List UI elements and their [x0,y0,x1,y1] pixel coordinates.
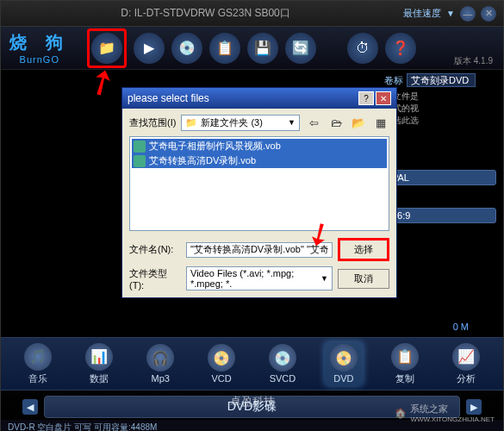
back-button[interactable]: ⇦ [305,114,322,131]
main-area: 卷标 源文件是 格式的视 勾选此选 式 PAL 16:9 量: please s… [1,70,503,337]
mode-vcd[interactable]: 📀 VCD [202,342,240,385]
volume-input[interactable] [407,73,476,87]
watermark-brand: 系统之家 [410,403,495,415]
dialog-close-button[interactable]: ✕ [376,91,391,105]
disc-button[interactable]: 💿 [171,33,202,64]
dialog-bottom: 文件名(N): 选择 文件类型(T): Video Files (*.avi; … [122,231,396,297]
pal-button[interactable]: PAL [384,170,496,185]
mode-copy[interactable]: 📋 复制 [386,341,424,387]
mode-bar: 🎵 音乐 📊 数据 🎧 Mp3 📀 VCD 💿 SVCD 📀 DVD 📋 复制 [1,337,503,390]
file-item[interactable]: 艾奇转换高清DV录制.vob [132,153,387,168]
music-icon: 🎵 [24,343,52,371]
dialog-toolbar: 查找范围(I) 📁 新建文件夹 (3) ▼ ⇦ 🗁 📂 ▦ [122,109,396,136]
file-dialog: please select files ? ✕ 查找范围(I) 📁 新建文件夹 … [121,87,397,298]
header: 烧 狗 BurnGO 📁 ▶ 💿 📋 💾 🔄 ⏱ ❓ 版本 4.1.9 [1,27,503,70]
select-button[interactable]: 选择 [338,238,389,261]
cancel-button[interactable]: 取消 [338,269,389,289]
device-name: D: IL-DT-STDVDRW GS23N SB00口 [8,6,403,21]
prev-button[interactable]: ◀ [22,399,38,415]
highlight-box: 📁 [87,28,127,68]
toolbar: 📁 ▶ 💿 📋 💾 🔄 ⏱ ❓ [87,28,416,68]
file-list[interactable]: 艾奇电子相册制作风景视频.vob 艾奇转换高清DV录制.vob [129,136,389,231]
mp3-icon: 🎧 [146,344,174,372]
filetype-label: 文件类型(T): [129,267,181,290]
file-icon [134,155,146,167]
folder-name: 新建文件夹 (3) [201,116,263,129]
folder-icon: 📁 [185,117,197,128]
side-panel: 卷标 源文件是 格式的视 勾选此选 式 PAL 16:9 量: [384,73,496,257]
filetype-combo[interactable]: Video Files (*.avi; *.mpg; *.mpeg; *. ▼ [186,266,333,290]
dialog-title: please select files [128,92,209,104]
refresh-button[interactable]: 🔄 [285,33,316,64]
play-button[interactable]: ▶ [134,33,165,64]
app-window: D: IL-DT-STDVDRW GS23N SB00口 最佳速度 ▼ — ✕ … [0,0,504,431]
titlebar: D: IL-DT-STDVDRW GS23N SB00口 最佳速度 ▼ — ✕ [1,1,503,27]
mode-analyze[interactable]: 📈 分析 [447,341,485,387]
view-button[interactable]: ▦ [372,114,389,131]
mode-svcd[interactable]: 💿 SVCD [264,342,302,385]
vcd-icon: 📀 [208,344,235,372]
logo-en: BurnGO [20,54,59,65]
chevron-down-icon: ▼ [320,274,328,283]
file-item[interactable]: 艾奇电子相册制作风景视频.vob [132,139,387,153]
mode-data[interactable]: 📊 数据 [80,341,118,387]
hint-text-1: 源文件是 [384,91,496,103]
close-button[interactable]: ✕ [481,6,496,22]
hint-text-3: 勾选此选 [384,115,496,127]
copy-icon: 📋 [391,343,419,371]
new-folder-button[interactable]: 📂 [350,114,367,131]
minimize-button[interactable]: — [460,6,476,22]
logo: 烧 狗 BurnGO [9,31,70,65]
size-value: 0 M [453,322,469,332]
chevron-down-icon[interactable]: ▼ [446,9,455,18]
file-icon [134,141,146,153]
filename-label: 文件名(N): [129,243,181,256]
volume-label: 卷标 [384,74,403,87]
dialog-titlebar: please select files ? ✕ [122,88,396,109]
watermark: 🏠 系统之家 WWW.XITONGZHIJIA.NET [395,403,495,423]
mode-dvd[interactable]: 📀 DVD [325,342,363,385]
watermark-cn: 卓盈科技 [230,394,275,409]
dvd-icon: 📀 [330,344,358,372]
file-name: 艾奇转换高清DV录制.vob [149,154,256,167]
ratio-button[interactable]: 16:9 [384,208,496,223]
copy-button[interactable]: 📋 [209,33,240,64]
save-button[interactable]: 💾 [247,33,278,64]
help-button[interactable]: ❓ [385,33,416,64]
lookin-label: 查找范围(I) [129,116,176,129]
watermark-url: WWW.XITONGZHIJIA.NET [410,415,495,423]
mode-music[interactable]: 🎵 音乐 [19,341,57,387]
svcd-icon: 💿 [269,344,296,372]
format-suffix: 式 [384,153,496,165]
folder-combo[interactable]: 📁 新建文件夹 (3) ▼ [181,115,300,131]
analyze-icon: 📈 [452,343,480,371]
hint-text-2: 格式的视 [384,103,496,115]
version-label: 版本 4.1.9 [454,55,493,67]
up-button[interactable]: 🗁 [327,114,345,131]
filetype-value: Video Files (*.avi; *.mpg; *.mpeg; *. [190,268,317,289]
logo-cn: 烧 狗 [9,31,70,54]
mode-mp3[interactable]: 🎧 Mp3 [141,342,179,385]
house-icon: 🏠 [395,408,407,419]
timer-button[interactable]: ⏱ [347,33,378,64]
open-file-button[interactable]: 📁 [91,33,122,64]
filename-input[interactable] [186,242,333,258]
data-icon: 📊 [85,343,113,371]
file-name: 艾奇电子相册制作风景视频.vob [149,140,281,153]
chevron-down-icon: ▼ [288,118,296,127]
speed-label[interactable]: 最佳速度 [403,7,441,20]
dialog-help-button[interactable]: ? [358,91,374,105]
